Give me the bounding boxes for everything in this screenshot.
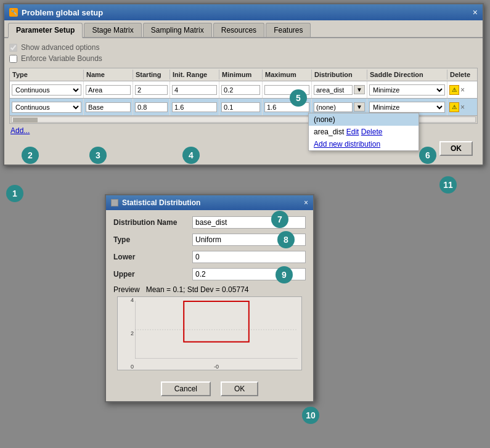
tab-sampling-matrix[interactable]: Sampling Matrix xyxy=(143,23,212,37)
dropdown-item-none[interactable]: (none) xyxy=(309,113,419,126)
title-bar: 🔧 Problem global setup × xyxy=(4,4,483,20)
col-type: Type xyxy=(10,70,84,79)
table-row: Continuous ▼ xyxy=(9,81,478,98)
show-advanced-checkbox[interactable] xyxy=(9,44,17,52)
row1-distribution-cell: ▼ xyxy=(312,81,367,98)
stat-lower-label: Lower xyxy=(113,253,187,261)
y-label-2: 2 xyxy=(131,330,134,336)
row1-distribution-input[interactable] xyxy=(314,85,353,95)
x-label-0: -0 xyxy=(214,364,219,370)
col-minimum: Minimum xyxy=(219,70,263,79)
annotation-8: 8 xyxy=(277,231,295,248)
y-label-0: 0 xyxy=(131,364,134,370)
preview-stats: Mean = 0.1; Std Dev = 0.05774 xyxy=(146,285,249,294)
stat-dialog-icon xyxy=(111,199,118,206)
tab-stage-matrix[interactable]: Stage Matrix xyxy=(84,23,141,37)
row2-distribution-arrow[interactable]: ▼ xyxy=(354,102,365,112)
annotation-2: 2 xyxy=(22,147,39,164)
stat-buttons: Cancel OK xyxy=(106,377,313,401)
row2-saddle-select[interactable]: Minimize xyxy=(369,102,445,113)
row1-initrange-input[interactable] xyxy=(172,85,217,95)
col-distribution: Distribution xyxy=(312,70,367,79)
row1-type-select[interactable]: Continuous xyxy=(12,84,81,96)
main-ok-button[interactable]: OK xyxy=(439,141,473,156)
col-delete: Delete xyxy=(447,70,478,79)
title-bar-left: 🔧 Problem global setup xyxy=(9,8,103,17)
row2-delete-cell: ⚠ × xyxy=(447,99,478,115)
annotation-5: 5 xyxy=(290,89,307,107)
col-saddle: Saddle Direction xyxy=(367,70,447,79)
annotation-6: 6 xyxy=(419,147,436,164)
row1-saddle-cell: Minimize xyxy=(367,81,447,98)
stat-lower-input[interactable] xyxy=(192,251,306,263)
chart-x-axis: -0 xyxy=(136,361,296,370)
annotation-4: 4 xyxy=(182,147,200,164)
stat-ok-button[interactable]: OK xyxy=(221,381,258,396)
row1-delete-cell: ⚠ × xyxy=(447,81,478,98)
preview-chart: 4 2 0 -0 xyxy=(117,296,302,370)
row1-initrange-cell xyxy=(170,81,219,98)
dropdown-area-dist-label: area_dist xyxy=(314,128,346,136)
app-icon: 🔧 xyxy=(9,8,18,17)
row2-initrange-input[interactable] xyxy=(172,102,217,112)
window-close-button[interactable]: × xyxy=(473,8,478,17)
row1-minimum-input[interactable] xyxy=(221,85,260,95)
show-advanced-label: Show advanced options xyxy=(21,43,99,52)
enforce-bounds-checkbox[interactable] xyxy=(9,55,17,63)
chart-y-axis: 4 2 0 xyxy=(118,297,136,370)
dropdown-add-new-row: Add new distribution xyxy=(309,138,419,150)
tab-parameter-setup[interactable]: Parameter Setup xyxy=(8,23,83,38)
table-header: Type Name Starting Init. Range Minimum M… xyxy=(9,68,478,81)
stat-dialog-title: Statistical Distribution xyxy=(122,198,200,207)
row2-distribution-input[interactable] xyxy=(314,102,353,112)
annotation-10: 10 xyxy=(302,407,319,424)
stat-upper-label: Upper xyxy=(113,270,187,279)
scrollbar-thumb[interactable] xyxy=(13,118,38,123)
enforce-bounds-label: Enforce Variable Bounds xyxy=(21,54,102,63)
row1-starting-input[interactable] xyxy=(135,85,168,95)
row2-type-select[interactable]: Continuous xyxy=(12,102,81,113)
row2-name-cell xyxy=(84,99,133,115)
row2-warn-icon: ⚠ xyxy=(449,102,459,112)
distribution-dropdown: (none) area_dist Edit Delete Add new dis… xyxy=(308,113,419,151)
row2-minimum-input[interactable] xyxy=(221,102,260,112)
stat-lower-row: Lower xyxy=(113,251,306,263)
row1-saddle-select[interactable]: Minimize xyxy=(369,84,445,96)
row1-distribution-arrow[interactable]: ▼ xyxy=(354,85,365,94)
row2-minimum-cell xyxy=(219,99,263,115)
row2-starting-input[interactable] xyxy=(135,102,168,112)
dropdown-edit-link[interactable]: Edit xyxy=(346,128,359,136)
row1-name-input[interactable] xyxy=(86,85,131,95)
stat-dialog-close[interactable]: × xyxy=(304,198,308,207)
tab-resources[interactable]: Resources xyxy=(213,23,264,37)
col-maximum: Maximum xyxy=(263,70,312,79)
window-title: Problem global setup xyxy=(22,8,103,17)
row1-minimum-cell xyxy=(219,81,263,98)
row2-name-input[interactable] xyxy=(86,102,131,112)
dropdown-delete-link[interactable]: Delete xyxy=(361,128,383,136)
preview-label: Preview xyxy=(113,285,140,294)
stat-dist-name-input[interactable] xyxy=(192,216,306,229)
chart-svg xyxy=(135,301,298,359)
annotation-3: 3 xyxy=(89,147,107,164)
enforce-bounds-row: Enforce Variable Bounds xyxy=(9,54,478,63)
stat-cancel-button[interactable]: Cancel xyxy=(161,381,211,396)
add-new-distribution-link[interactable]: Add new distribution xyxy=(314,140,380,149)
col-starting: Starting xyxy=(133,70,170,79)
svg-rect-3 xyxy=(184,301,249,342)
preview-section: Preview Mean = 0.1; Std Dev = 0.05774 4 … xyxy=(113,285,306,370)
add-link[interactable]: Add... xyxy=(9,124,31,137)
row1-starting-cell xyxy=(133,81,170,98)
tabs-bar: Parameter Setup Stage Matrix Sampling Ma… xyxy=(4,20,483,38)
dropdown-item-area-dist: area_dist Edit Delete xyxy=(309,126,419,138)
stat-title-bar: Statistical Distribution × xyxy=(106,195,313,210)
col-init-range: Init. Range xyxy=(170,70,219,79)
col-name: Name xyxy=(84,70,133,79)
row1-delete-button[interactable]: × xyxy=(460,86,465,94)
row2-delete-button[interactable]: × xyxy=(460,103,465,112)
row2-starting-cell xyxy=(133,99,170,115)
row1-warn-icon: ⚠ xyxy=(449,85,459,95)
row2-initrange-cell xyxy=(170,99,219,115)
tab-features[interactable]: Features xyxy=(266,23,311,37)
stat-dist-name-label: Distribution Name xyxy=(113,218,187,227)
